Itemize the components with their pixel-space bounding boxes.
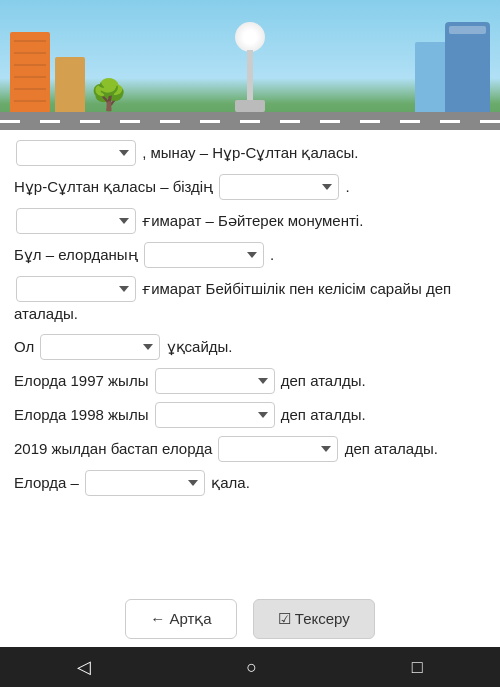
select-1[interactable] <box>16 140 136 166</box>
text-row10a: Елорда – <box>14 474 83 491</box>
form-content: , мынау – Нұр-Сұлтан қаласы. Нұр-Сұлтан … <box>0 130 500 589</box>
form-row-9: 2019 жылдан бастап елорда деп аталады. <box>14 436 486 462</box>
select-4[interactable] <box>144 242 264 268</box>
text-row7b: деп аталды. <box>281 372 366 389</box>
building-left-2 <box>55 57 85 112</box>
nav-back-icon[interactable]: ◁ <box>77 656 91 678</box>
text-row1: , мынау – Нұр-Сұлтан қаласы. <box>142 144 358 161</box>
monument-ball <box>235 22 265 52</box>
text-row4a: Бұл – елорданың <box>14 246 142 263</box>
text-row2b: . <box>346 178 350 195</box>
nav-home-icon[interactable]: ○ <box>246 657 257 678</box>
city-illustration <box>0 30 500 130</box>
form-row-5: ғимарат Бейбітшілік пен келісім сарайы д… <box>14 276 486 326</box>
form-row-1: , мынау – Нұр-Сұлтан қаласы. <box>14 140 486 166</box>
text-row9b: деп аталады. <box>345 440 438 457</box>
back-button-label: ← Артқа <box>150 610 211 628</box>
text-row6a: Ол <box>14 338 38 355</box>
screen: , мынау – Нұр-Сұлтан қаласы. Нұр-Сұлтан … <box>0 0 500 687</box>
form-row-2: Нұр-Сұлтан қаласы – біздің . <box>14 174 486 200</box>
monument-base <box>235 100 265 112</box>
text-row3: ғимарат – Бәйтерек монументі. <box>142 212 363 229</box>
text-row4b: . <box>270 246 274 263</box>
select-7[interactable] <box>155 368 275 394</box>
tree-left <box>90 77 127 112</box>
building-left-1 <box>10 32 50 112</box>
check-button[interactable]: ☑ Тексеру <box>253 599 375 639</box>
form-row-8: Елорда 1998 жылы деп аталды. <box>14 402 486 428</box>
form-row-10: Елорда – қала. <box>14 470 486 496</box>
text-row8a: Елорда 1998 жылы <box>14 406 153 423</box>
form-row-6: Ол ұқсайды. <box>14 334 486 360</box>
road <box>0 112 500 130</box>
select-5[interactable] <box>16 276 136 302</box>
select-10[interactable] <box>85 470 205 496</box>
check-button-label: ☑ Тексеру <box>278 610 350 628</box>
select-9[interactable] <box>218 436 338 462</box>
text-row6b: ұқсайды. <box>167 338 233 355</box>
text-row9a: 2019 жылдан бастап елорда <box>14 440 216 457</box>
back-button[interactable]: ← Артқа <box>125 599 236 639</box>
building-right-2 <box>445 22 490 112</box>
select-6[interactable] <box>40 334 160 360</box>
baiterek-monument <box>235 22 265 112</box>
nav-recents-icon[interactable]: □ <box>412 657 423 678</box>
form-row-4: Бұл – елорданың . <box>14 242 486 268</box>
form-row-7: Елорда 1997 жылы деп аталды. <box>14 368 486 394</box>
nav-bar: ◁ ○ □ <box>0 647 500 687</box>
text-row8b: деп аталды. <box>281 406 366 423</box>
button-row: ← Артқа ☑ Тексеру <box>0 589 500 647</box>
select-3[interactable] <box>16 208 136 234</box>
form-row-3: ғимарат – Бәйтерек монументі. <box>14 208 486 234</box>
select-2[interactable] <box>219 174 339 200</box>
text-row7a: Елорда 1997 жылы <box>14 372 153 389</box>
text-row2a: Нұр-Сұлтан қаласы – біздің <box>14 178 217 195</box>
text-row10b: қала. <box>211 474 250 491</box>
select-8[interactable] <box>155 402 275 428</box>
monument-stem <box>247 50 253 100</box>
hero-image <box>0 0 500 130</box>
